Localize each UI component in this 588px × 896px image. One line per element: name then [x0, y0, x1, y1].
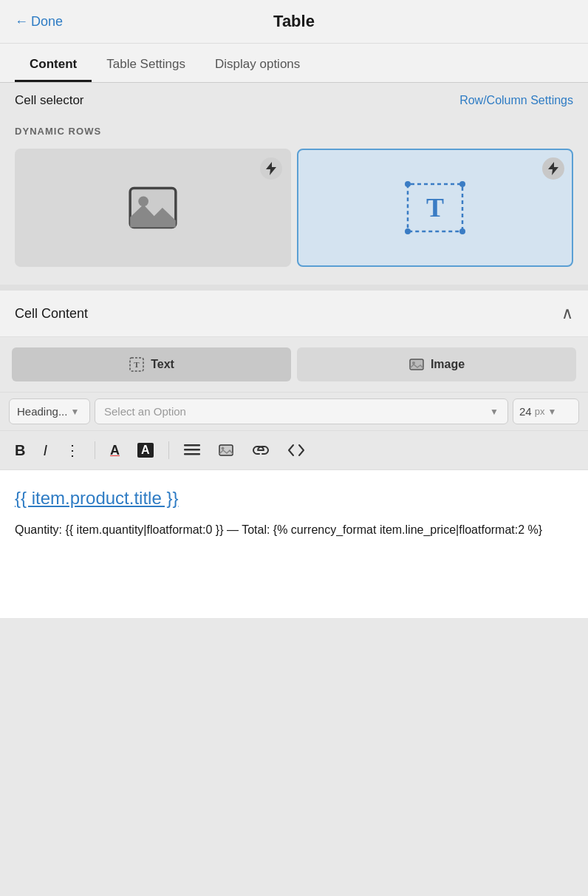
svg-rect-12	[410, 359, 423, 370]
toolbar-separator-2	[168, 441, 169, 459]
cell-cards-container: T	[0, 146, 588, 285]
dynamic-rows-label: DYNAMIC ROWS	[0, 118, 588, 146]
heading-dropdown[interactable]: Heading... ▼	[9, 398, 90, 424]
svg-rect-14	[184, 444, 200, 447]
text-cell-icon: T	[402, 178, 468, 237]
tab-content[interactable]: Content	[15, 44, 92, 82]
formatting-row: Heading... ▼ Select an Option ▼ 24 px ▼	[0, 393, 588, 431]
toolbar-separator	[95, 441, 95, 459]
chevron-up-icon: ∧	[561, 304, 573, 322]
heading-chevron-icon: ▼	[70, 407, 79, 417]
lightning-badge-image	[260, 157, 282, 180]
svg-text:T: T	[426, 193, 444, 223]
text-type-icon: T	[129, 356, 145, 373]
svg-rect-15	[184, 449, 200, 451]
bg-color-button[interactable]: A	[134, 440, 157, 461]
svg-rect-16	[184, 453, 200, 455]
more-options-button[interactable]: ⋮	[62, 438, 83, 462]
preview-title[interactable]: {{ item.product.title }}	[15, 488, 573, 509]
bg-color-icon: A	[137, 443, 154, 458]
svg-marker-3	[548, 162, 558, 175]
size-field[interactable]: 24 px ▼	[513, 398, 579, 424]
svg-point-7	[405, 228, 411, 234]
toolbar-row: B I ⋮ A A	[0, 431, 588, 470]
lightning-badge-text	[542, 157, 564, 180]
collapse-button[interactable]: ∧	[561, 304, 573, 323]
svg-text:T: T	[134, 360, 140, 369]
page-title: Table	[273, 12, 315, 31]
image-placeholder-icon	[127, 186, 179, 230]
svg-marker-0	[266, 162, 276, 175]
svg-point-6	[459, 181, 465, 187]
insert-image-icon	[218, 442, 234, 458]
section-divider	[0, 285, 588, 291]
image-type-button[interactable]: Image	[297, 347, 576, 381]
tab-table-settings[interactable]: Table Settings	[92, 44, 200, 82]
svg-point-8	[459, 228, 465, 234]
italic-button[interactable]: I	[40, 439, 50, 462]
back-arrow-icon: ←	[15, 14, 28, 30]
align-button[interactable]	[181, 441, 203, 460]
insert-image-button[interactable]	[215, 439, 237, 461]
svg-point-18	[221, 447, 224, 450]
cell-content-section: Cell Content ∧ T Text Image Heading...	[0, 291, 588, 470]
tab-display-options[interactable]: Display options	[200, 44, 315, 82]
cell-content-title: Cell Content	[15, 306, 88, 322]
done-button[interactable]: ← Done	[15, 14, 63, 30]
header: ← Done Table	[0, 0, 588, 44]
image-type-icon	[408, 356, 425, 373]
row-column-settings-link[interactable]: Row/Column Settings	[459, 94, 573, 107]
font-chevron-icon: ▼	[490, 407, 499, 417]
bold-button[interactable]: B	[12, 439, 28, 462]
cell-card-text[interactable]: T	[297, 149, 573, 267]
preview-body: Quantity: {{ item.quantity|floatformat:0…	[15, 520, 573, 540]
size-chevron-icon: ▼	[547, 407, 556, 417]
svg-rect-17	[219, 445, 233, 455]
text-color-button[interactable]: A	[107, 440, 123, 461]
content-preview: {{ item.product.title }} Quantity: {{ it…	[0, 470, 588, 618]
link-button[interactable]	[249, 440, 273, 461]
done-label: Done	[31, 14, 63, 30]
cell-content-header: Cell Content ∧	[0, 291, 588, 337]
link-icon	[252, 443, 270, 458]
code-icon	[287, 444, 305, 457]
svg-point-5	[405, 181, 411, 187]
tabs-bar: Content Table Settings Display options	[0, 44, 588, 83]
cell-card-image[interactable]	[15, 149, 291, 267]
align-icon	[184, 444, 200, 457]
font-select-dropdown[interactable]: Select an Option ▼	[95, 398, 508, 424]
code-button[interactable]	[284, 441, 308, 460]
text-type-button[interactable]: T Text	[12, 347, 291, 381]
text-color-icon: A	[110, 443, 120, 458]
content-type-row: T Text Image	[0, 337, 588, 393]
cell-selector-label: Cell selector	[15, 93, 84, 108]
more-dots-icon: ⋮	[65, 441, 80, 459]
cell-selector-row: Cell selector Row/Column Settings	[0, 83, 588, 118]
